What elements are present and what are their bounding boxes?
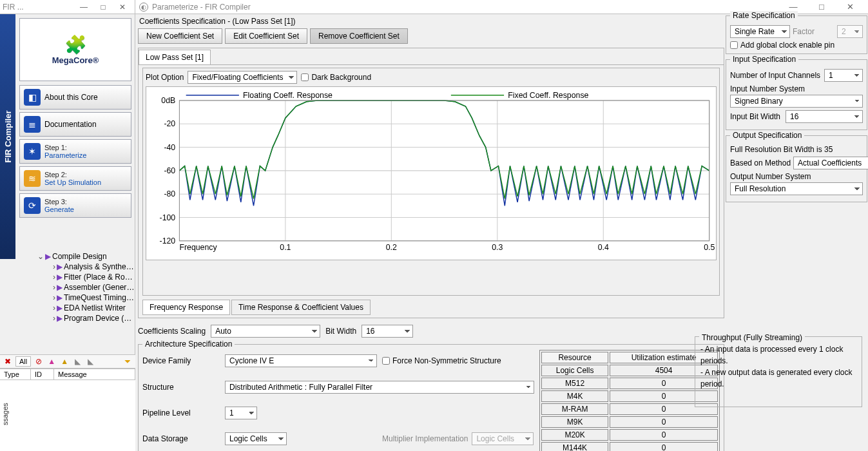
messages-all-button[interactable]: All (15, 356, 31, 367)
frequency-response-chart: 0dB-20-40-60-80-100-1200.10.20.30.40.5Fr… (146, 86, 717, 260)
input-numsys-select[interactable]: Signed Binary (730, 95, 863, 108)
table-row: M144K0 (541, 442, 718, 451)
tab-time-response[interactable]: Time Response & Coefficient Values (231, 300, 371, 315)
svg-text:0.4: 0.4 (598, 243, 609, 252)
svg-text:0.1: 0.1 (280, 243, 291, 252)
col-message[interactable]: Message (54, 369, 135, 379)
pipeline-select[interactable]: 1 (225, 407, 257, 419)
edit-coeff-set-button[interactable]: Edit Coefficient Set (225, 28, 307, 44)
device-family-select[interactable]: Cyclone IV E (225, 354, 377, 367)
dark-bg-checkbox[interactable]: Dark Background (301, 73, 371, 82)
tree-item[interactable]: ›▶EDA Netlist Writer (15, 303, 135, 313)
col-type[interactable]: Type (0, 369, 31, 379)
svg-text:-40: -40 (164, 143, 175, 152)
res-hdr-resource: Resource (541, 352, 608, 363)
resource-table: Resource Utilization estimate Logic Cell… (539, 350, 720, 451)
filter-x-icon[interactable]: ✖ (3, 357, 13, 366)
dialog-title: Parameterize - FIR Compiler (152, 3, 251, 12)
add-global-clock-checkbox[interactable]: Add global clock enable pin (730, 41, 863, 50)
new-coeff-set-button[interactable]: New Coefficient Set (138, 28, 222, 44)
plot-option-select[interactable]: Fixed/Floating Coefficients (188, 71, 297, 84)
plot-option-label: Plot Option (146, 73, 184, 82)
sidebar-strip-label: FIR Compiler (3, 111, 13, 163)
dialog-icon: ◐ (139, 3, 148, 12)
warn-icon[interactable]: ▲ (59, 357, 70, 366)
factor-select: 2 (837, 25, 863, 38)
col-id[interactable]: ID (31, 369, 54, 379)
tree-item[interactable]: ›▶Assembler (Generate (15, 282, 135, 293)
megacore-logo-text: MegaCore® (52, 55, 99, 65)
data-storage-label: Data Storage (142, 434, 220, 443)
info-caret-icon[interactable]: ◣ (72, 357, 82, 366)
step2-button[interactable]: ≋ Step 2: Set Up Simulation (19, 166, 131, 191)
svg-text:0.2: 0.2 (386, 243, 397, 252)
tab-freq-response[interactable]: Frequency Response (142, 300, 230, 315)
sim-icon: ≋ (24, 170, 41, 187)
step1-button[interactable]: ✶ Step 1: Parameterize (19, 139, 131, 164)
task-tree[interactable]: ⌄▶Compile Design ›▶Analysis & Synthesis … (15, 251, 135, 323)
main-pane: Coefficients Specification - (Low Pass S… (138, 15, 724, 448)
tree-item[interactable]: ›▶Analysis & Synthesis (15, 262, 135, 272)
left-max-button[interactable]: □ (93, 3, 113, 12)
table-row: Logic Cells4504 (541, 365, 718, 376)
critwarn-icon[interactable]: ▲ (46, 357, 57, 366)
tree-compile-design[interactable]: ⌄▶Compile Design (15, 251, 135, 262)
data-storage-select[interactable]: Logic Cells (225, 432, 287, 445)
svg-text:Floating Coeff. Response: Floating Coeff. Response (243, 91, 333, 100)
svg-text:Frequency: Frequency (179, 243, 217, 252)
info-caret2-icon[interactable]: ◣ (85, 357, 95, 366)
left-close-button[interactable]: ✕ (113, 3, 132, 12)
table-row: M-RAM0 (541, 403, 718, 415)
force-nonsym-checkbox[interactable]: Force Non-Symmetric Structure (382, 356, 534, 365)
svg-text:-100: -100 (160, 213, 176, 222)
step3-button[interactable]: ⟳ Step 3: Generate (19, 193, 131, 218)
num-channels-select[interactable]: 1 (824, 69, 863, 82)
svg-text:-120: -120 (160, 236, 176, 245)
messages-tab-label[interactable]: ssages (1, 403, 9, 425)
device-family-label: Device Family (142, 356, 220, 365)
bitwidth-select[interactable]: 16 (362, 325, 413, 338)
left-min-button[interactable]: — (74, 3, 93, 12)
output-spec-group: Output Specification Full Resolution Bit… (726, 135, 867, 202)
funnel-icon[interactable]: ⏷ (122, 357, 133, 366)
megacore-logo: 🧩 MegaCore® (19, 18, 131, 81)
output-numsys-select[interactable]: Full Resolution (730, 182, 863, 195)
svg-text:-60: -60 (164, 166, 175, 175)
wand-icon: ✶ (24, 143, 41, 160)
about-core-button[interactable]: ◧ About this Core (19, 85, 131, 110)
bitwidth-label: Bit Width (325, 327, 356, 336)
svg-text:0dB: 0dB (161, 96, 175, 105)
structure-select[interactable]: Distributed Arithmetic : Fully Parallel … (225, 381, 534, 394)
generate-icon: ⟳ (24, 197, 41, 214)
error-icon[interactable]: ⊘ (34, 357, 44, 366)
throughput-group: Throughput (Fully Streaming) - An input … (695, 336, 862, 407)
messages-table[interactable]: Type ID Message (0, 369, 135, 451)
svg-text:0.5: 0.5 (704, 243, 715, 252)
svg-text:-80: -80 (164, 189, 175, 198)
rate-select[interactable]: Single Rate (730, 25, 790, 38)
table-row: M5120 (541, 378, 718, 389)
tree-item[interactable]: ›▶Fitter (Place & Route (15, 272, 135, 282)
sidebar-strip: FIR Compiler (0, 14, 15, 259)
tab-lowpass[interactable]: Low Pass Set [1] (139, 50, 211, 64)
based-on-select[interactable]: Actual Coefficients (793, 157, 868, 169)
pipeline-label: Pipeline Level (142, 408, 220, 417)
full-res-text: Full Resolution Bit Width is 35 (730, 145, 863, 154)
remove-coeff-set-button[interactable]: Remove Coefficient Set (310, 28, 408, 44)
left-app-title: FIR ... (3, 3, 24, 12)
mult-impl-select: Logic Cells (472, 432, 534, 445)
doc-icon: ≣ (24, 116, 41, 133)
mult-impl-label: Multiplier Implementation (382, 434, 468, 443)
coeff-scaling-select[interactable]: Auto (211, 325, 320, 338)
tree-item[interactable]: ›▶Program Device (Open P (15, 313, 135, 323)
coeff-tabset: Low Pass Set [1] Plot Option Fixed/Float… (138, 48, 724, 318)
input-bitwidth-select[interactable]: 16 (786, 110, 863, 123)
throughput-line1: - An input data is processed every 1 clo… (700, 343, 856, 367)
documentation-button[interactable]: ≣ Documentation (19, 112, 131, 137)
table-row: M9K0 (541, 416, 718, 428)
dlg-min-button[interactable]: — (779, 2, 807, 12)
dlg-max-button[interactable]: □ (807, 2, 836, 12)
arch-group-title: Architecture Specification (142, 340, 235, 349)
dlg-close-button[interactable]: ✕ (836, 2, 864, 12)
tree-item[interactable]: ›▶TimeQuest Timing An (15, 293, 135, 303)
